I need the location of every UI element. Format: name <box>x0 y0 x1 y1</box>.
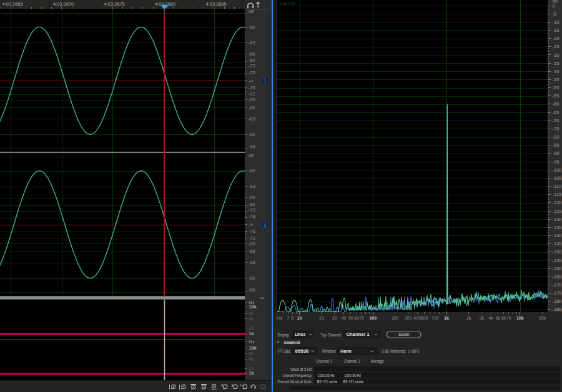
svg-text:-120: -120 <box>553 200 562 205</box>
svg-text:-135: -135 <box>553 225 562 230</box>
svg-text:Lines: Lines <box>295 331 305 337</box>
svg-text:0: 0 <box>553 3 555 9</box>
svg-text:-20: -20 <box>553 36 560 41</box>
svg-text:700: 700 <box>431 316 439 320</box>
svg-text:7k: 7k <box>506 316 511 320</box>
svg-text:Channel 2: Channel 2 <box>344 358 360 364</box>
svg-text:-150: -150 <box>553 249 562 255</box>
svg-text:Advanced: Advanced <box>284 340 300 345</box>
svg-text:5k: 5k <box>496 316 501 320</box>
svg-text:2k: 2k <box>249 325 254 331</box>
svg-text:-50: -50 <box>553 85 560 91</box>
svg-text:4k: 4k <box>249 316 254 321</box>
svg-text:-60: -60 <box>249 168 255 174</box>
svg-text:-125: -125 <box>553 208 562 214</box>
svg-text:3k: 3k <box>480 316 485 320</box>
svg-text:-100: -100 <box>553 167 562 173</box>
svg-text:-90: -90 <box>553 150 560 156</box>
svg-text:0: 0 <box>408 348 411 354</box>
svg-text:-95: -95 <box>553 159 560 165</box>
svg-text:60: 60 <box>354 316 359 320</box>
svg-text:Display:: Display: <box>278 332 290 338</box>
svg-text:dB: dB <box>553 0 558 4</box>
svg-text:-69: -69 <box>249 202 255 207</box>
svg-text:10k: 10k <box>516 316 524 320</box>
svg-text:Average: Average <box>371 358 384 364</box>
svg-text:4:03.2665: 4:03.2665 <box>2 1 24 7</box>
svg-text:-60: -60 <box>249 275 255 281</box>
svg-text:-∞: -∞ <box>249 78 254 84</box>
svg-text:-72: -72 <box>249 91 255 97</box>
svg-text:-60: -60 <box>553 101 560 107</box>
svg-text:-15: -15 <box>553 27 560 33</box>
svg-text:-60: -60 <box>249 24 255 30</box>
svg-text:Scan: Scan <box>398 331 410 337</box>
svg-text:Hann: Hann <box>340 348 352 354</box>
svg-text:1k: 1k <box>249 370 255 376</box>
svg-text:30: 30 <box>332 316 337 320</box>
svg-text:-75: -75 <box>553 126 560 132</box>
svg-text:-155: -155 <box>553 258 562 263</box>
svg-text:B5 +21 cents: B5 +21 cents <box>343 379 364 385</box>
svg-text:1k: 1k <box>444 316 449 320</box>
svg-text:-78: -78 <box>249 228 255 234</box>
svg-text:Channel 1: Channel 1 <box>347 331 370 337</box>
svg-text:0 dB Reference:: 0 dB Reference: <box>382 348 407 354</box>
svg-text:Overall Frequency:: Overall Frequency: <box>283 373 313 378</box>
svg-text:4:03.2675: 4:03.2675 <box>104 1 126 7</box>
svg-text:4k: 4k <box>488 316 493 320</box>
svg-text:-58: -58 <box>249 144 255 149</box>
svg-text:4:03.2670: 4:03.2670 <box>53 1 74 7</box>
svg-text:-66: -66 <box>249 51 255 57</box>
svg-text:-69: -69 <box>249 241 255 247</box>
svg-text:-72: -72 <box>249 63 255 69</box>
svg-text:Top Channel:: Top Channel: <box>321 332 342 338</box>
svg-text:-30: -30 <box>553 52 560 58</box>
svg-text:-69: -69 <box>249 97 255 102</box>
svg-text:-78: -78 <box>249 213 255 219</box>
svg-text:7: 7 <box>287 316 289 320</box>
svg-text:-66: -66 <box>249 105 255 110</box>
svg-text:dB: dB <box>249 153 254 159</box>
svg-text:-63: -63 <box>249 260 255 265</box>
svg-text:20k: 20k <box>539 316 546 320</box>
svg-text:-63: -63 <box>249 184 255 189</box>
svg-text:-78: -78 <box>249 85 255 91</box>
svg-text:Hz: Hz <box>249 339 255 345</box>
svg-text:-115: -115 <box>553 192 561 197</box>
svg-text:-105: -105 <box>553 175 562 181</box>
svg-text:-60: -60 <box>249 132 255 137</box>
svg-text:-180: -180 <box>553 298 562 304</box>
svg-text:-5: -5 <box>553 11 557 17</box>
svg-text:4:03.2685: 4:03.2685 <box>206 1 227 7</box>
svg-text:500: 500 <box>421 316 428 320</box>
svg-text:-63: -63 <box>249 116 255 122</box>
svg-text:Value at 5 Hz:: Value at 5 Hz: <box>290 366 313 372</box>
svg-text:Channel 1: Channel 1 <box>316 358 332 364</box>
svg-text:10k: 10k <box>249 304 257 310</box>
svg-text:-65: -65 <box>553 110 560 115</box>
svg-text:-175: -175 <box>553 290 562 296</box>
svg-text:-110: -110 <box>553 184 561 189</box>
svg-text:65536: 65536 <box>295 348 309 354</box>
svg-text:-130: -130 <box>553 217 562 222</box>
svg-text:-55: -55 <box>553 93 560 99</box>
svg-text:-70: -70 <box>553 118 560 124</box>
svg-text:-66: -66 <box>249 248 255 254</box>
svg-text:40: 40 <box>342 316 347 320</box>
svg-text:-∞: -∞ <box>249 222 254 227</box>
svg-text:-66: -66 <box>249 195 255 200</box>
svg-text:Overall Musical Note:: Overall Musical Note: <box>278 379 313 385</box>
svg-text:dB: dB <box>249 9 254 14</box>
svg-text:-69: -69 <box>249 57 255 63</box>
svg-text:-165: -165 <box>553 274 562 280</box>
svg-text:FFT Size:: FFT Size: <box>278 348 292 354</box>
svg-text:-35: -35 <box>553 61 560 66</box>
svg-text:-170: -170 <box>553 282 562 288</box>
svg-text:6k: 6k <box>249 351 254 356</box>
svg-text:100: 100 <box>369 316 377 320</box>
svg-text:300: 300 <box>405 316 412 320</box>
svg-text:-58: -58 <box>249 287 255 293</box>
svg-text:-25: -25 <box>553 44 560 49</box>
svg-text:-63: -63 <box>249 40 255 46</box>
